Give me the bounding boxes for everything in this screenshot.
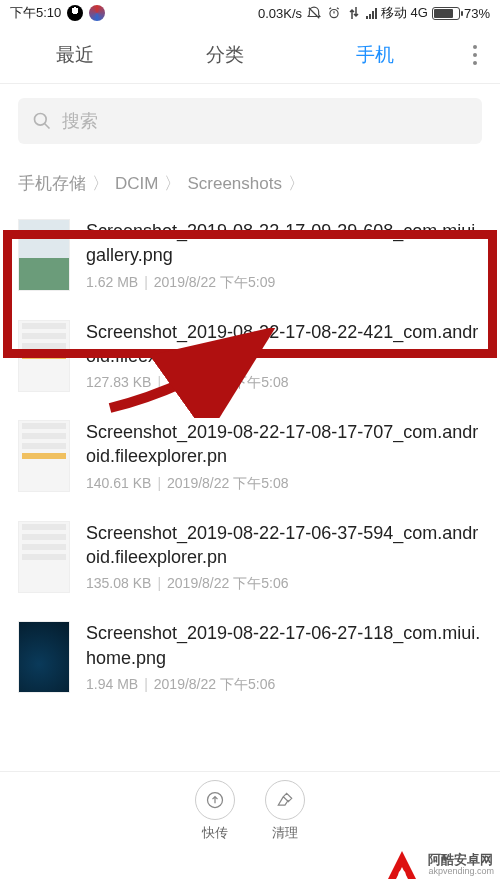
upload-icon xyxy=(205,790,225,810)
bottom-action-bar: 快传 清理 xyxy=(0,771,500,849)
clean-button[interactable]: 清理 xyxy=(265,780,305,842)
file-name: Screenshot_2019-08-22-17-06-27-118_com.m… xyxy=(86,621,482,670)
status-bar: 下午5:10 0.03K/s 移动 4G 73% xyxy=(0,0,500,26)
file-list: Screenshot_2019-08-22-17-09-39-608_com.m… xyxy=(0,205,500,708)
tab-phone[interactable]: 手机 xyxy=(300,42,450,68)
file-meta: 140.61 KB|2019/8/22 下午5:08 xyxy=(86,475,482,493)
file-meta: 1.94 MB|2019/8/22 下午5:06 xyxy=(86,676,482,694)
data-arrows-icon xyxy=(346,5,362,21)
tab-categories[interactable]: 分类 xyxy=(150,42,300,68)
svg-point-1 xyxy=(330,10,338,18)
file-thumbnail xyxy=(18,521,70,593)
file-name: Screenshot_2019-08-22-17-08-22-421_com.a… xyxy=(86,320,482,369)
crumb-dcim[interactable]: DCIM xyxy=(115,174,158,194)
tab-recent[interactable]: 最近 xyxy=(0,42,150,68)
carrier-label: 移动 4G xyxy=(381,4,428,22)
search-placeholder: 搜索 xyxy=(62,109,98,133)
svg-point-5 xyxy=(35,114,47,126)
file-name: Screenshot_2019-08-22-17-09-39-608_com.m… xyxy=(86,219,482,268)
qq-icon xyxy=(67,5,83,21)
watermark: 阿酷安卓网 akpvending.com xyxy=(384,847,494,883)
file-meta: 135.08 KB|2019/8/22 下午5:06 xyxy=(86,575,482,593)
crumb-root[interactable]: 手机存储 xyxy=(18,172,86,195)
chevron-right-icon: 〉 xyxy=(164,172,181,195)
breadcrumb: 手机存储 〉 DCIM 〉 Screenshots 〉 xyxy=(0,158,500,205)
quick-send-button[interactable]: 快传 xyxy=(195,780,235,842)
file-thumbnail xyxy=(18,621,70,693)
mute-icon xyxy=(306,5,322,21)
file-meta: 127.83 KB|2019/8/22 下午5:08 xyxy=(86,374,482,392)
file-name: Screenshot_2019-08-22-17-06-37-594_com.a… xyxy=(86,521,482,570)
list-item[interactable]: Screenshot_2019-08-22-17-08-22-421_com.a… xyxy=(0,306,500,407)
app-notif-icon xyxy=(89,5,105,21)
watermark-logo-icon xyxy=(384,847,420,883)
broom-icon xyxy=(275,790,295,810)
status-time: 下午5:10 xyxy=(10,4,61,22)
search-icon xyxy=(32,111,52,131)
watermark-url: akpvending.com xyxy=(428,867,494,877)
list-item[interactable]: Screenshot_2019-08-22-17-06-37-594_com.a… xyxy=(0,507,500,608)
svg-point-8 xyxy=(399,871,406,878)
search-input[interactable]: 搜索 xyxy=(18,98,482,144)
clean-label: 清理 xyxy=(272,824,298,842)
chevron-right-icon: 〉 xyxy=(92,172,109,195)
file-thumbnail xyxy=(18,320,70,392)
file-thumbnail xyxy=(18,420,70,492)
list-item[interactable]: Screenshot_2019-08-22-17-08-17-707_com.a… xyxy=(0,406,500,507)
chevron-right-icon: 〉 xyxy=(288,172,305,195)
crumb-screenshots[interactable]: Screenshots xyxy=(187,174,282,194)
more-menu-button[interactable] xyxy=(450,45,500,65)
svg-line-6 xyxy=(45,124,50,129)
svg-line-3 xyxy=(329,8,331,9)
list-item[interactable]: Screenshot_2019-08-22-17-09-39-608_com.m… xyxy=(0,205,500,306)
top-tabs: 最近 分类 手机 xyxy=(0,26,500,84)
list-item[interactable]: Screenshot_2019-08-22-17-06-27-118_com.m… xyxy=(0,607,500,708)
alarm-icon xyxy=(326,5,342,21)
file-name: Screenshot_2019-08-22-17-08-17-707_com.a… xyxy=(86,420,482,469)
watermark-brand: 阿酷安卓网 xyxy=(428,853,494,867)
quick-send-label: 快传 xyxy=(202,824,228,842)
signal-icon xyxy=(366,7,377,19)
file-thumbnail xyxy=(18,219,70,291)
file-meta: 1.62 MB|2019/8/22 下午5:09 xyxy=(86,274,482,292)
battery-icon xyxy=(432,7,460,20)
svg-line-4 xyxy=(337,8,339,9)
net-speed: 0.03K/s xyxy=(258,6,302,21)
battery-pct: 73% xyxy=(464,6,490,21)
